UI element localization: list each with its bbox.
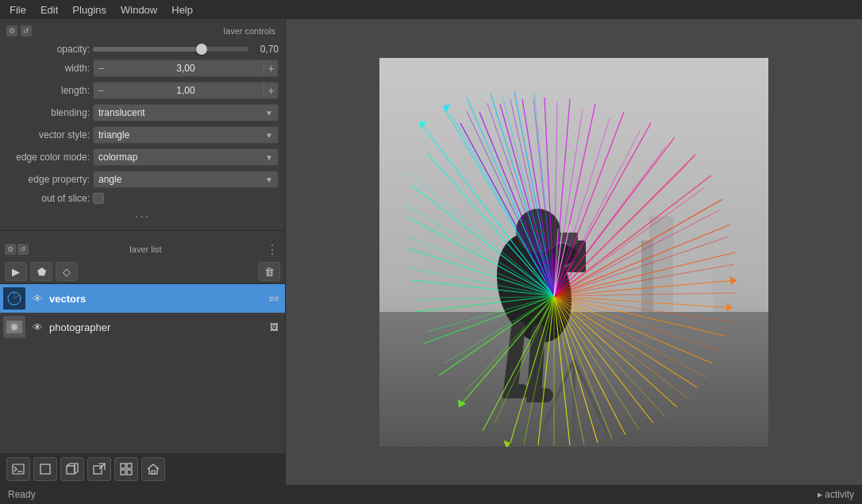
opacity-value: 0,70 bbox=[251, 44, 279, 55]
length-increase-btn[interactable]: + bbox=[264, 83, 278, 98]
bottom-toolbar bbox=[0, 453, 285, 485]
edge-property-arrow-icon: ▼ bbox=[265, 175, 273, 184]
lasso-tool-btn[interactable]: ◇ bbox=[56, 262, 78, 281]
vector-style-value-area: triangle ▼ bbox=[93, 126, 279, 144]
delete-layer-btn[interactable]: 🗑 bbox=[258, 262, 280, 281]
menu-file[interactable]: File bbox=[3, 2, 33, 17]
blending-dropdown[interactable]: translucent ▼ bbox=[93, 104, 279, 121]
out-of-slice-value-area bbox=[93, 193, 279, 204]
vector-style-row: vector style: triangle ▼ bbox=[0, 124, 285, 146]
vector-style-label: vector style: bbox=[6, 129, 90, 140]
edge-property-label: edge property: bbox=[6, 174, 90, 185]
svg-rect-11 bbox=[67, 466, 75, 474]
select-tool-btn[interactable]: ▶ bbox=[5, 262, 27, 281]
menubar: File Edit Plugins Window Help bbox=[0, 0, 862, 19]
edge-property-row: edge property: angle ▼ bbox=[0, 168, 285, 190]
svg-rect-10 bbox=[40, 464, 50, 474]
svg-rect-25 bbox=[641, 240, 653, 312]
edge-property-value-area: angle ▼ bbox=[93, 171, 279, 188]
menu-help[interactable]: Help bbox=[165, 2, 199, 17]
opacity-row: opacity: 0,70 bbox=[0, 41, 285, 57]
width-increase-btn[interactable]: + bbox=[264, 60, 278, 76]
menu-edit[interactable]: Edit bbox=[34, 2, 64, 17]
edge-property-value: angle bbox=[98, 174, 265, 185]
left-panel: ⚙ ↺ laver controls opacity: 0,70 widt bbox=[0, 19, 286, 485]
layer-name-photographer: photographer bbox=[49, 321, 263, 333]
arrow-tool-btn[interactable]: ⬟ bbox=[30, 262, 52, 281]
menu-window[interactable]: Window bbox=[114, 2, 164, 17]
width-label: width: bbox=[6, 63, 90, 74]
activity-label[interactable]: ▸ activity bbox=[818, 489, 854, 500]
blending-value: translucent bbox=[98, 107, 265, 118]
layer-list-header-icons: ⚙ ↺ bbox=[5, 244, 29, 255]
length-row: length: − 1,00 + bbox=[0, 79, 285, 102]
terminal-btn[interactable] bbox=[6, 457, 30, 481]
svg-rect-14 bbox=[94, 466, 102, 474]
layer-list-refresh-icon[interactable]: ↺ bbox=[17, 244, 29, 255]
svg-rect-19 bbox=[127, 470, 132, 475]
width-value-area: − 3,00 + bbox=[93, 60, 279, 77]
length-decrease-btn[interactable]: − bbox=[94, 83, 108, 98]
main-content: ⚙ ↺ laver controls opacity: 0,70 widt bbox=[0, 19, 862, 485]
layer-controls-panel: ⚙ ↺ laver controls opacity: 0,70 widt bbox=[0, 19, 285, 239]
vector-style-dropdown[interactable]: triangle ▼ bbox=[93, 126, 279, 144]
layer-visibility-vectors[interactable]: 👁 bbox=[29, 290, 46, 307]
edge-color-mode-row: edge color mode: colormap ▼ bbox=[0, 146, 285, 168]
menu-plugins[interactable]: Plugins bbox=[66, 2, 113, 17]
blending-value-area: translucent ▼ bbox=[93, 104, 279, 121]
edge-color-mode-value-area: colormap ▼ bbox=[93, 148, 279, 166]
refresh-icon[interactable]: ↺ bbox=[21, 25, 32, 37]
length-value-area: − 1,00 + bbox=[93, 82, 279, 99]
out-of-slice-label: out of slice: bbox=[6, 193, 90, 204]
controls-divider bbox=[0, 230, 285, 231]
width-value: 3,00 bbox=[108, 63, 264, 74]
edge-property-dropdown[interactable]: angle ▼ bbox=[93, 171, 279, 188]
layer-list-more-icon[interactable]: ⋮ bbox=[264, 241, 280, 257]
svg-rect-8 bbox=[13, 464, 24, 474]
layer-visibility-photographer[interactable]: 👁 bbox=[29, 318, 46, 336]
header-icons: ⚙ ↺ bbox=[6, 25, 32, 37]
length-spinbox[interactable]: − 1,00 + bbox=[93, 82, 279, 99]
canvas-area[interactable] bbox=[286, 19, 862, 485]
out-of-slice-checkbox[interactable] bbox=[93, 193, 104, 204]
grid-btn[interactable] bbox=[114, 457, 138, 481]
layer-thumb-photographer bbox=[3, 316, 25, 338]
blending-label: blending: bbox=[6, 107, 90, 118]
canvas-image bbox=[379, 58, 768, 447]
svg-point-7 bbox=[12, 325, 17, 329]
opacity-value-area: 0,70 bbox=[93, 44, 279, 55]
square-btn[interactable] bbox=[33, 457, 57, 481]
layer-list-settings-icon[interactable]: ⚙ bbox=[5, 244, 16, 255]
svg-rect-24 bbox=[673, 233, 713, 312]
width-spinbox[interactable]: − 3,00 + bbox=[93, 60, 279, 77]
layer-name-vectors: vectors bbox=[49, 293, 263, 305]
layer-row-photographer[interactable]: 👁 photographer 🖼 bbox=[0, 313, 285, 341]
layer-controls-header: ⚙ ↺ laver controls bbox=[0, 24, 285, 38]
opacity-slider-fill bbox=[93, 47, 202, 52]
layer-row-vectors[interactable]: 👁 vectors ≡≡ bbox=[0, 284, 285, 313]
blending-row: blending: translucent ▼ bbox=[0, 102, 285, 124]
edge-color-mode-dropdown[interactable]: colormap ▼ bbox=[93, 148, 279, 166]
settings-icon[interactable]: ⚙ bbox=[6, 25, 17, 37]
layers-container: 👁 vectors ≡≡ 👁 photogr bbox=[0, 284, 285, 453]
edge-color-mode-arrow-icon: ▼ bbox=[265, 153, 273, 162]
box-arrow-btn[interactable] bbox=[87, 457, 111, 481]
photo-background bbox=[379, 58, 768, 447]
3d-box-btn[interactable] bbox=[60, 457, 84, 481]
home-btn[interactable] bbox=[141, 457, 165, 481]
layer-list-title: laver list bbox=[129, 244, 163, 254]
svg-rect-17 bbox=[127, 464, 132, 468]
width-decrease-btn[interactable]: − bbox=[94, 60, 108, 76]
expand-dots[interactable]: ··· bbox=[0, 206, 285, 227]
vector-style-arrow-icon: ▼ bbox=[265, 131, 273, 140]
opacity-slider-thumb[interactable] bbox=[196, 44, 207, 55]
length-label: length: bbox=[6, 85, 90, 96]
layer-type-vectors-icon: ≡≡ bbox=[266, 290, 282, 306]
length-value: 1,00 bbox=[108, 85, 264, 96]
opacity-slider-track[interactable] bbox=[93, 47, 248, 52]
width-row: width: − 3,00 + bbox=[0, 57, 285, 79]
opacity-label: opacity: bbox=[6, 44, 90, 55]
edge-color-mode-value: colormap bbox=[98, 152, 265, 163]
status-bar: Ready ▸ activity bbox=[0, 485, 862, 504]
vector-style-value: triangle bbox=[98, 129, 265, 140]
